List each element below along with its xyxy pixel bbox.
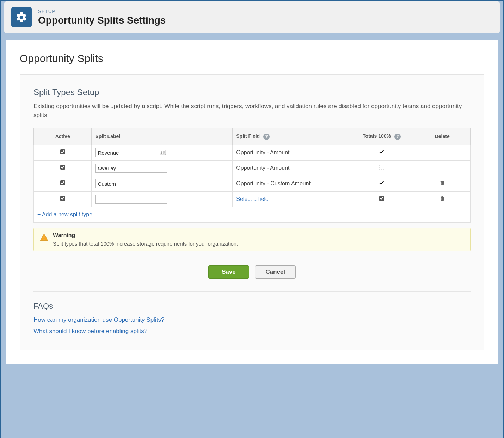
split-field-value: Opportunity - Amount [236,149,289,155]
svg-rect-4 [163,154,165,154]
split-label-input[interactable] [95,195,167,204]
svg-rect-9 [44,236,44,238]
id-badge-icon [160,150,166,155]
svg-rect-5 [441,183,442,185]
warning-box: Warning Split types that total 100% incr… [33,228,471,251]
svg-rect-7 [441,198,442,200]
split-label-input[interactable] [95,148,167,157]
split-types-table: Active Split Label Split Field ? Totals … [33,128,471,222]
th-field: Split Field ? [233,128,349,145]
faqs-title: FAQs [33,302,471,311]
split-field-value: Opportunity - Amount [236,165,289,171]
trash-icon[interactable] [439,181,445,187]
active-checkbox[interactable] [60,180,65,185]
totals-checkbox[interactable] [379,196,384,201]
header-bar: SETUP Opportunity Splits Settings [4,1,500,33]
th-active: Active [34,128,92,145]
warning-title: Warning [53,232,238,239]
help-icon[interactable]: ? [263,134,270,140]
svg-rect-10 [44,239,44,239]
trash-icon[interactable] [439,197,445,203]
svg-point-1 [161,151,162,153]
main-panel: Opportunity Splits Split Types Setup Exi… [6,40,498,364]
active-checkbox[interactable] [60,149,65,154]
checkmark-icon [379,181,385,187]
warning-message: Split types that total 100% increase sto… [53,241,238,247]
table-row: Opportunity - Amount [34,160,471,176]
svg-rect-2 [163,152,165,152]
warning-icon [39,233,49,242]
totals-empty [379,165,384,170]
help-icon[interactable]: ? [394,134,401,140]
save-button[interactable]: Save [208,265,249,279]
th-label: Split Label [92,128,233,145]
add-split-type-link[interactable]: + Add a new split type [37,211,92,217]
page-header-title: Opportunity Splits Settings [38,15,166,26]
select-field-link[interactable]: Select a field [236,196,269,202]
th-delete: Delete [414,128,471,145]
split-field-value: Opportunity - Custom Amount [236,180,311,186]
table-row: Opportunity - Custom Amount [34,176,471,191]
svg-rect-8 [443,198,443,200]
table-row: Opportunity - Amount [34,145,471,160]
faqs-section: FAQs How can my organization use Opportu… [33,302,471,335]
active-checkbox[interactable] [60,165,65,170]
svg-rect-3 [163,153,165,153]
split-types-section: Split Types Setup Existing opportunities… [20,74,484,350]
breadcrumb: SETUP [38,8,166,14]
th-totals: Totals 100% ? [349,128,414,145]
checkmark-icon [379,150,385,156]
active-checkbox[interactable] [60,196,65,201]
cancel-button[interactable]: Cancel [255,265,296,279]
split-label-input[interactable] [95,164,167,173]
page-title: Opportunity Splits [20,53,484,64]
svg-rect-6 [443,183,443,185]
table-row: Select a field [34,191,471,207]
faq-link[interactable]: How can my organization use Opportunity … [33,316,471,323]
gear-icon [11,7,32,27]
faq-link[interactable]: What should I know before enabling split… [33,328,471,335]
split-label-input[interactable] [95,179,167,188]
section-desc: Existing opportunities will be updated b… [33,102,471,119]
section-title: Split Types Setup [33,87,471,97]
